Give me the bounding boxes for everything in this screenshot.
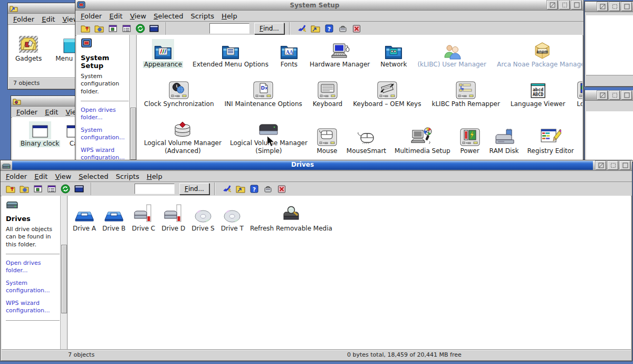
object-keyboard-oem-keys[interactable]: Keyboard – OEM Keys [352, 79, 422, 108]
sidebar-link-wps-wizard-configuration[interactable]: WPS wizard configuration... [6, 300, 54, 315]
object-klibc-user-manager[interactable]: (kLIBC) User Manager [416, 39, 487, 68]
menu-folder[interactable]: Folder [6, 173, 27, 180]
undo-lightning-button[interactable] [295, 23, 309, 34]
system-setup-window[interactable]: System Setup FolderEditViewSelectedScrip… [75, 0, 584, 162]
scrollbar-thumb[interactable] [130, 108, 136, 160]
object-drive-c[interactable]: Drive C [131, 202, 156, 232]
drives-window[interactable]: Drives FolderEditViewSelectedScriptsHelp… [0, 160, 632, 361]
shredder-button[interactable] [350, 23, 363, 34]
command-prompt-button[interactable] [147, 23, 161, 34]
object-ram-disk[interactable]: RAM Disk [488, 124, 520, 155]
refresh-button[interactable] [133, 23, 147, 34]
object-power[interactable]: Power [458, 124, 482, 155]
find-button[interactable]: Find... [179, 183, 209, 195]
icon-view-button[interactable] [106, 23, 120, 34]
menu-edit[interactable]: Edit [45, 108, 58, 116]
object-appearance[interactable]: Appearance [143, 39, 183, 68]
menu-scripts[interactable]: Scripts [191, 12, 214, 20]
titlebar[interactable] [585, 2, 633, 12]
active-titlebar[interactable]: Drives [12, 161, 593, 170]
printer-button[interactable] [336, 23, 350, 34]
object-ini-maintenance-options[interactable]: D×INI Maintenance Options [224, 79, 303, 108]
object-drive-a[interactable]: Drive A [72, 202, 97, 232]
minimize-button[interactable] [559, 1, 570, 9]
sidebar-scrollbar[interactable] [129, 35, 136, 160]
find-button[interactable]: Find... [254, 23, 284, 34]
object-drive-s[interactable]: Drive S [190, 202, 215, 232]
sidebar-link-system-configuration[interactable]: System configuration... [6, 280, 54, 295]
refresh-button[interactable] [59, 183, 72, 195]
maximize-button[interactable] [621, 2, 632, 11]
menu-folder[interactable]: Folder [16, 108, 37, 116]
object-registry-editor[interactable]: Registry Editor [526, 124, 575, 155]
object-screen[interactable]: Screen [581, 124, 582, 155]
object-mouse[interactable]: Mouse [315, 124, 339, 155]
object-language-viewer[interactable]: abcdABCDLanguage Viewer [510, 79, 567, 108]
create-shortcut-button[interactable] [309, 23, 322, 34]
sidebar-link-open-drives-folder[interactable]: Open drives folder... [6, 260, 54, 275]
menu-folder[interactable]: Folder [81, 12, 102, 20]
scrollbar-thumb[interactable] [61, 245, 67, 313]
maximize-button[interactable] [620, 161, 630, 170]
minimize-button[interactable] [609, 91, 620, 100]
sidebar-scrollbar[interactable] [60, 196, 67, 350]
menu-folder[interactable]: Folder [13, 15, 34, 23]
object-drive-t[interactable]: Drive T [220, 202, 245, 232]
object-logical-volume-manager[interactable]: Logical Volume Manager(Simple) [229, 117, 309, 155]
menu-scripts[interactable]: Scripts [116, 173, 139, 180]
hide-button[interactable] [596, 161, 606, 170]
maximize-button[interactable] [621, 91, 632, 100]
printer-button[interactable] [261, 183, 275, 195]
hide-button[interactable] [597, 91, 608, 100]
menu-view[interactable]: View [130, 12, 146, 20]
menu-edit[interactable]: Edit [34, 173, 47, 180]
folder-settings-button[interactable] [17, 183, 31, 195]
sidebar-link-open-drives-folder[interactable]: Open drives folder... [81, 107, 129, 122]
object-gadgets[interactable]: Gadgets [14, 32, 43, 62]
sidebar-link-wps-wizard-configuration[interactable]: WPS wizard configuration... [81, 147, 129, 160]
background-window-top-right[interactable] [584, 1, 633, 87]
object-clock-synchronization[interactable]: Clock Synchronization [143, 79, 215, 108]
object-keyboard[interactable]: Keyboard [312, 79, 343, 108]
object-hardware-manager[interactable]: Hardware Manager [309, 39, 371, 68]
minimize-button[interactable] [608, 161, 618, 170]
command-prompt-button[interactable] [72, 183, 86, 195]
parent-folder-button[interactable] [79, 23, 92, 34]
parent-folder-button[interactable] [4, 183, 17, 195]
object-drive-b[interactable]: Drive B [101, 202, 127, 232]
search-input[interactable] [209, 23, 250, 34]
menu-edit[interactable]: Edit [42, 15, 55, 23]
hide-button[interactable] [547, 1, 558, 9]
background-window-right[interactable] [584, 88, 633, 162]
details-view-button[interactable] [45, 183, 59, 195]
undo-lightning-button[interactable] [220, 183, 234, 195]
object-drive-d[interactable]: Drive D [160, 202, 186, 232]
object-fonts[interactable]: AAFonts [278, 39, 300, 68]
titlebar[interactable]: System Setup [75, 0, 583, 11]
object-refresh-removable-media[interactable]: Refresh Removable Media [249, 202, 333, 232]
sidebar-link-system-configuration[interactable]: System configuration... [81, 127, 129, 142]
help-button[interactable]: ? [322, 23, 336, 34]
object-logical-volume-manager[interactable]: Logical Volume Manager(Advanced) [143, 117, 223, 155]
menu-help[interactable]: Help [147, 173, 162, 180]
menu-selected[interactable]: Selected [154, 12, 183, 20]
object-extended-menu-options[interactable]: Extended Menu Options [191, 39, 270, 68]
shredder-button[interactable] [275, 183, 289, 195]
object-binary-clock[interactable]: Binary clock [20, 121, 60, 147]
maximize-button[interactable] [571, 1, 582, 9]
object-locale[interactable]: Locale [575, 79, 582, 108]
search-input[interactable] [135, 184, 175, 194]
hide-button[interactable] [597, 2, 608, 11]
menu-edit[interactable]: Edit [109, 12, 122, 20]
titlebar[interactable] [585, 90, 633, 101]
object-mousesmart[interactable]: MouseSmart [346, 124, 387, 155]
menu-view[interactable]: View [55, 173, 71, 180]
object-klibc-path-remapper[interactable]: kLIBC Path Remapper [430, 79, 501, 108]
menu-help[interactable]: Help [222, 12, 237, 20]
menu-selected[interactable]: Selected [79, 173, 108, 180]
object-arca-noae-package-manager[interactable]: anpmArca Noae Package Manager [496, 39, 582, 68]
object-multimedia-setup[interactable]: Multimedia Setup [394, 124, 451, 155]
create-shortcut-button[interactable] [234, 183, 247, 195]
object-network[interactable]: Network [379, 39, 408, 68]
help-button[interactable]: ? [247, 183, 261, 195]
